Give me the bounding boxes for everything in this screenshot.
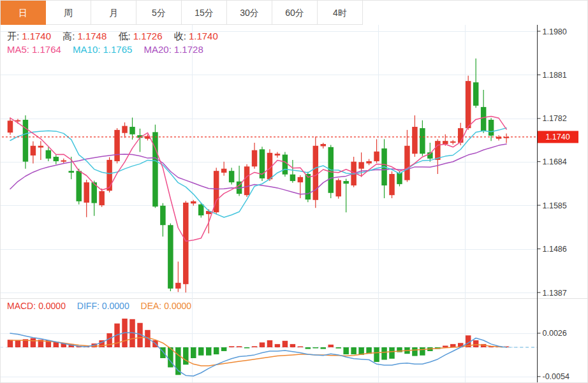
tab-60min[interactable]: 60分 [272, 1, 318, 25]
high-label: 高: [62, 31, 75, 41]
svg-text:1.1740: 1.1740 [545, 133, 570, 141]
ma20-label: MA20: [144, 44, 172, 55]
dea-value: 0.0000 [164, 301, 191, 311]
svg-text:1.1387: 1.1387 [543, 289, 567, 298]
macd-value: 0.0000 [38, 301, 66, 311]
close-label: 收: [174, 31, 186, 41]
svg-text:1.1782: 1.1782 [543, 114, 567, 123]
low-label: 低: [118, 31, 130, 41]
svg-text:1.1881: 1.1881 [543, 71, 567, 80]
ma10-label: MA10: [73, 44, 100, 55]
ma10-line [10, 128, 506, 217]
candlestick-chart[interactable]: 1.19801.18811.17821.16841.15851.14861.13… [1, 25, 588, 298]
tab-4hour[interactable]: 4时 [318, 1, 363, 25]
ma10-value: 1.1765 [103, 44, 132, 55]
tab-30min[interactable]: 30分 [227, 1, 272, 25]
open-label: 开: [7, 31, 19, 41]
candles-group [8, 59, 510, 293]
tab-day[interactable]: 日 [1, 1, 46, 25]
diff-label: DIFF: [77, 301, 99, 311]
svg-text:1.1684: 1.1684 [543, 157, 567, 166]
svg-text:1.1486: 1.1486 [543, 245, 567, 254]
macd-label: MACD: [7, 301, 36, 311]
svg-text:1.1980: 1.1980 [543, 27, 567, 36]
low-value: 1.1726 [133, 31, 163, 41]
svg-text:0.0026: 0.0026 [543, 329, 567, 338]
macd-axis: 0.0026-0.0054 [538, 298, 570, 383]
ma5-label: MA5: [7, 44, 29, 55]
svg-text:-0.0054: -0.0054 [543, 372, 570, 381]
ma5-value: 1.1764 [32, 44, 61, 55]
diff-value: 0.0000 [102, 301, 129, 311]
dea-label: DEA: [141, 301, 162, 311]
high-value: 1.1748 [77, 31, 107, 41]
open-value: 1.1740 [22, 31, 51, 41]
current-price-tag: 1.1740 [538, 131, 578, 143]
tab-month[interactable]: 月 [91, 1, 136, 25]
ma20-value: 1.1728 [174, 44, 203, 55]
macd-readout: MACD:0.0000 DIFF:0.0000 DEA:0.0000 [7, 301, 194, 311]
price-axis: 1.19801.18811.17821.16841.15851.14861.13… [538, 25, 567, 298]
ma5-line [10, 117, 506, 242]
tab-week[interactable]: 周 [46, 1, 91, 25]
chart-window: 日 周 月 5分 15分 30分 60分 4时 1.19801.18811.17… [0, 0, 588, 383]
tab-15min[interactable]: 15分 [182, 1, 227, 25]
interval-tabbar: 日 周 月 5分 15分 30分 60分 4时 [1, 1, 363, 25]
ma-readout: MA5:1.1764 MA10:1.1765 MA20:1.1728 [7, 44, 206, 55]
tab-5min[interactable]: 5分 [136, 1, 182, 25]
ohlc-readout: 开:1.1740 高:1.1748 低:1.1726 收:1.1740 [7, 31, 221, 43]
svg-text:1.1585: 1.1585 [543, 201, 567, 210]
close-value: 1.1740 [189, 31, 218, 41]
diff-line [10, 333, 506, 376]
